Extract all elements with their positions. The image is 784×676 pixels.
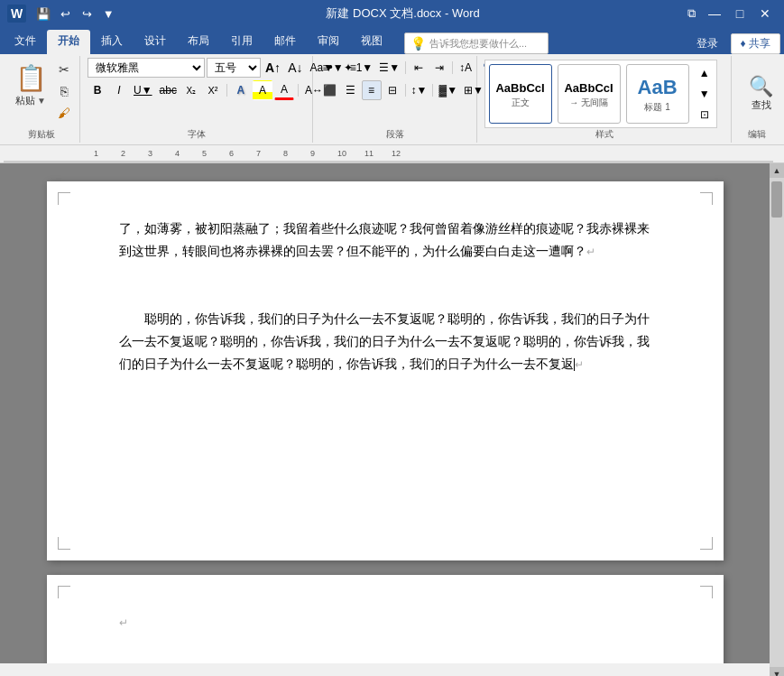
svg-text:5: 5: [202, 149, 207, 158]
decrease-indent-btn[interactable]: ⇤: [409, 58, 429, 78]
style-normal-label: 正文: [512, 97, 530, 109]
font-grow-btn[interactable]: A↑: [263, 58, 283, 78]
styles-scroll-up[interactable]: ▲: [695, 64, 715, 82]
paste-dropdown-arrow[interactable]: ▼: [37, 96, 46, 106]
tab-references[interactable]: 引用: [220, 30, 263, 54]
sort-btn[interactable]: ↕A: [456, 58, 475, 78]
paste-icon: 📋: [14, 61, 47, 94]
font-label: 字体: [82, 128, 312, 141]
ruler: 123 456 789 101112: [0, 145, 784, 163]
title-bar-left: W 💾 ↩ ↪ ▼: [7, 4, 118, 23]
multilevel-btn[interactable]: ☰▼: [376, 58, 402, 78]
justify-btn[interactable]: ⊟: [383, 80, 402, 100]
customize-btn[interactable]: ▼: [98, 4, 118, 23]
tab-layout[interactable]: 布局: [177, 30, 220, 54]
corner-tl-1: [58, 192, 70, 205]
tab-review[interactable]: 审阅: [307, 30, 350, 54]
bullets-btn[interactable]: ≡•▼: [320, 58, 346, 78]
find-label: 查找: [752, 98, 771, 112]
scroll-down-btn[interactable]: ▼: [770, 667, 784, 676]
page-2: ↵: [47, 575, 724, 663]
style-normal[interactable]: AaBbCcI 正文: [489, 64, 552, 124]
subscript-btn[interactable]: X₂: [181, 80, 201, 100]
strikethrough-btn[interactable]: abc: [157, 80, 180, 100]
line-spacing-btn[interactable]: ↕▼: [409, 80, 430, 100]
paragraph-1: 了，如薄雾，被初阳蒸融了；我留着些什么痕迹呢？我何曾留着像游丝样的痕迹呢？我赤裸…: [119, 218, 651, 263]
find-btn[interactable]: 🔍 查找: [739, 71, 784, 116]
align-left-btn[interactable]: ⬛: [320, 80, 340, 100]
numbering-btn[interactable]: ≡1▼: [347, 58, 376, 78]
font-size-select[interactable]: 五号: [207, 58, 261, 78]
login-area: 登录 ♦ 共享: [689, 33, 780, 54]
scroll-thumb[interactable]: [771, 181, 782, 218]
vertical-scrollbar[interactable]: ▲ ▼: [770, 163, 784, 676]
share-btn[interactable]: ♦ 共享: [731, 33, 780, 54]
italic-btn[interactable]: I: [109, 80, 129, 100]
scroll-up-btn[interactable]: ▲: [770, 163, 784, 178]
style-h1-preview: AaB: [638, 76, 678, 99]
corner-bl-1: [58, 537, 70, 550]
cut-btn[interactable]: ✂: [54, 60, 74, 79]
redo-btn[interactable]: ↪: [77, 4, 97, 23]
quick-access-toolbar: 💾 ↩ ↪ ▼: [33, 4, 118, 23]
text-effect-btn[interactable]: A: [231, 80, 251, 100]
styles-label: 样式: [479, 128, 731, 141]
increase-indent-btn[interactable]: ⇥: [429, 58, 449, 78]
underline-btn[interactable]: U▼: [131, 80, 155, 100]
shading-btn[interactable]: ▓▼: [436, 80, 460, 100]
save-quick-btn[interactable]: 💾: [33, 4, 53, 23]
font-color-btn[interactable]: A: [274, 80, 294, 100]
style-h1[interactable]: AaB 标题 1: [626, 64, 689, 124]
format-painter-btn[interactable]: 🖌: [54, 103, 74, 123]
page-1-content[interactable]: 了，如薄雾，被初阳蒸融了；我留着些什么痕迹呢？我何曾留着像游丝样的痕迹呢？我赤裸…: [119, 218, 651, 375]
tab-view[interactable]: 视图: [350, 30, 393, 54]
find-icon: 🔍: [749, 75, 773, 98]
tab-mailings[interactable]: 邮件: [263, 30, 307, 54]
style-normal-preview: AaBbCcI: [495, 81, 544, 95]
align-center-btn[interactable]: ☰: [341, 80, 361, 100]
svg-text:8: 8: [283, 149, 288, 158]
bold-btn[interactable]: B: [88, 80, 107, 100]
tell-me-icon: 💡: [410, 36, 426, 51]
tab-design[interactable]: 设计: [134, 30, 177, 54]
svg-text:2: 2: [121, 149, 125, 158]
svg-text:1: 1: [94, 149, 98, 158]
title-bar: W 💾 ↩ ↪ ▼ 新建 DOCX 文档.docx - Word ⧉ — □ ✕: [0, 0, 784, 27]
page2-paragraph-1: ↵: [119, 611, 651, 634]
close-btn[interactable]: ✕: [753, 3, 777, 24]
page-2-content[interactable]: ↵: [119, 611, 651, 634]
styles-group: AaBbCcI 正文 AaBbCcI → 无间隔 AaB 标题 1 ▲ ▼ ⊡ …: [479, 56, 732, 143]
window-controls: ⧉ — □ ✕: [687, 3, 777, 24]
font-name-select[interactable]: 微软雅黑: [88, 58, 205, 78]
ribbon-tabs: 文件 开始 插入 设计 布局 引用 邮件 审阅 视图 💡 告诉我您想要做什么..…: [0, 27, 784, 54]
font-group: 微软雅黑 五号 A↑ A↓ Aa▼ ✦ B I U▼ abc X₂ X² A A: [82, 56, 313, 143]
paste-btn[interactable]: 📋 粘贴 ▼: [9, 58, 52, 111]
clipboard-sub-btns: ✂ ⎘ 🖌: [54, 58, 74, 123]
tell-me-text: 告诉我您想要做什么...: [429, 37, 527, 51]
undo-btn[interactable]: ↩: [55, 4, 75, 23]
tab-file[interactable]: 文件: [4, 30, 47, 54]
page-1: 了，如薄雾，被初阳蒸融了；我留着些什么痕迹呢？我何曾留着像游丝样的痕迹呢？我赤裸…: [47, 181, 724, 560]
copy-btn[interactable]: ⎘: [54, 81, 74, 101]
window-title: 新建 DOCX 文档.docx - Word: [118, 5, 687, 22]
login-btn[interactable]: 登录: [689, 34, 725, 53]
font-shrink-btn[interactable]: A↓: [285, 58, 305, 78]
paragraph-label: 段落: [315, 128, 476, 141]
ruler-svg: 123 456 789 101112: [4, 145, 773, 163]
minimize-btn[interactable]: —: [703, 3, 726, 24]
style-nospace[interactable]: AaBbCcI → 无间隔: [558, 64, 621, 124]
align-right-btn[interactable]: ≡: [362, 80, 382, 100]
svg-text:4: 4: [175, 149, 180, 158]
para-row-2: ⬛ ☰ ≡ ⊟ ↕▼ ▓▼ ⊞▼: [320, 80, 486, 100]
style-nospace-label: → 无间隔: [569, 97, 608, 109]
restore-maximize-btn[interactable]: □: [728, 3, 752, 24]
tab-home[interactable]: 开始: [47, 30, 90, 54]
tab-insert[interactable]: 插入: [90, 30, 134, 54]
tell-me-box[interactable]: 💡 告诉我您想要做什么...: [404, 32, 549, 54]
highlight-btn[interactable]: A: [253, 80, 272, 100]
style-h1-label: 标题 1: [644, 101, 669, 114]
superscript-btn[interactable]: X²: [203, 80, 223, 100]
styles-scroll-down[interactable]: ▼: [695, 85, 715, 103]
styles-expand[interactable]: ⊡: [695, 106, 715, 124]
restore-btn[interactable]: ⧉: [687, 6, 696, 21]
